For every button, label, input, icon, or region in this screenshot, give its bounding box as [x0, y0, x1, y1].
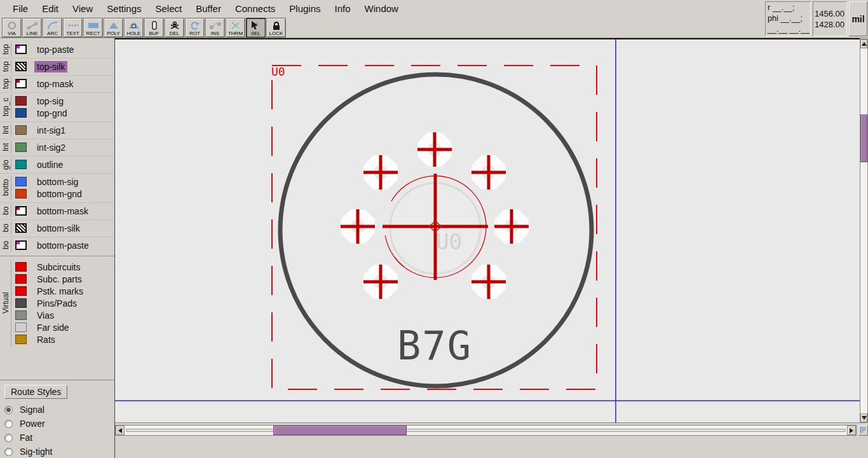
route-style-option-power[interactable]: Power — [0, 417, 114, 431]
radio-icon[interactable] — [4, 406, 13, 414]
tool-arc-button[interactable]: ARC — [43, 18, 62, 38]
layer-label[interactable]: Pins/Pads — [34, 298, 79, 309]
pin-pad[interactable] — [471, 265, 506, 299]
layer-swatch[interactable] — [15, 189, 27, 198]
horizontal-scroll-thumb[interactable] — [273, 426, 407, 435]
tool-thrm-button[interactable]: THRM — [226, 18, 245, 38]
layer-swatch[interactable] — [15, 310, 27, 320]
layer-label[interactable]: top-paste — [34, 44, 76, 55]
menu-file[interactable]: File — [6, 1, 35, 17]
route-style-option-signal[interactable]: Signal — [0, 403, 114, 417]
layer-swatch[interactable] — [15, 160, 27, 169]
layer-row[interactable]: Pstk. marks — [15, 285, 114, 297]
menu-view[interactable]: View — [65, 1, 100, 17]
tool-ins-button[interactable]: INS — [205, 18, 225, 38]
layer-swatch[interactable] — [15, 62, 27, 71]
layer-row[interactable]: bottom-sig — [15, 176, 114, 188]
pin-pad[interactable] — [363, 155, 398, 190]
layer-label[interactable]: bottom-gnd — [34, 188, 85, 200]
menu-settings[interactable]: Settings — [100, 1, 148, 17]
layer-label[interactable]: Far side — [34, 322, 72, 333]
tool-rot-button[interactable]: ROT — [185, 18, 205, 38]
tool-buf-button[interactable]: BUF — [144, 18, 164, 38]
menu-plugins[interactable]: Plugins — [282, 1, 327, 17]
tool-rect-button[interactable]: RECT — [83, 18, 103, 38]
layer-swatch[interactable] — [15, 45, 27, 54]
tool-poly-button[interactable]: POLY — [104, 18, 123, 38]
scroll-right-button[interactable] — [847, 426, 856, 435]
layer-label[interactable]: top-silk — [34, 61, 67, 73]
layer-row[interactable]: top-paste — [15, 43, 114, 55]
silk-text-label[interactable]: B7G — [397, 323, 472, 369]
pin-pad[interactable] — [363, 265, 398, 299]
layer-row[interactable]: bottom-paste — [15, 239, 114, 251]
layer-row[interactable]: Subc. parts — [15, 273, 114, 285]
pin-pad[interactable] — [471, 155, 506, 190]
scroll-left-button[interactable] — [116, 426, 125, 435]
layer-row[interactable]: Pins/Pads — [15, 297, 114, 309]
route-style-option-sig-tight[interactable]: Sig-tight — [0, 445, 114, 458]
layer-row[interactable]: Rats — [15, 333, 114, 345]
layer-label[interactable]: top-sig — [34, 95, 66, 107]
layer-row[interactable]: bottom-silk — [15, 222, 114, 234]
layer-label[interactable]: bottom-paste — [34, 240, 92, 251]
pcb-drawing[interactable]: U0 U0 B7G — [115, 39, 860, 423]
layer-swatch[interactable] — [15, 125, 27, 135]
menu-connects[interactable]: Connects — [228, 1, 282, 17]
vertical-scroll-thumb[interactable] — [860, 114, 867, 162]
layer-swatch[interactable] — [15, 262, 27, 272]
layer-swatch[interactable] — [15, 240, 27, 250]
menu-window[interactable]: Window — [358, 1, 405, 17]
layer-label[interactable]: Subcircuits — [34, 261, 83, 273]
tool-hole-button[interactable]: HOLE — [124, 18, 144, 38]
layer-label[interactable]: int-sig1 — [34, 125, 68, 136]
layer-row[interactable]: Far side — [15, 321, 114, 333]
menu-edit[interactable]: Edit — [35, 1, 65, 17]
tool-lock-button[interactable]: LOCK — [266, 18, 286, 38]
layer-swatch[interactable] — [15, 108, 27, 118]
layer-label[interactable]: bottom-mask — [34, 205, 91, 217]
pcb-canvas[interactable]: U0 U0 B7G — [115, 38, 860, 423]
layer-row[interactable]: top-mask — [15, 78, 114, 90]
layer-row[interactable]: top-sig — [15, 95, 114, 107]
layer-label[interactable]: Pstk. marks — [34, 286, 86, 297]
layer-row[interactable]: bottom-mask — [15, 205, 114, 217]
layer-swatch[interactable] — [15, 79, 27, 88]
pin-pad[interactable] — [341, 209, 375, 244]
menu-info[interactable]: Info — [328, 1, 358, 17]
layer-row[interactable]: int-sig2 — [15, 141, 114, 153]
layer-swatch[interactable] — [15, 223, 27, 233]
layer-label[interactable]: Vias — [34, 310, 57, 321]
layer-swatch[interactable] — [15, 177, 27, 186]
layer-label[interactable]: int-sig2 — [34, 142, 68, 153]
scroll-corner-button[interactable] — [858, 425, 868, 436]
menu-buffer[interactable]: Buffer — [189, 1, 228, 17]
layer-swatch[interactable] — [15, 96, 27, 106]
layer-row[interactable]: top-gnd — [15, 107, 114, 119]
layer-label[interactable]: outline — [34, 159, 65, 170]
layer-row[interactable]: Vias — [15, 309, 114, 321]
route-styles-button[interactable]: Route Styles — [4, 385, 67, 399]
layer-swatch[interactable] — [15, 298, 27, 308]
tool-text-button[interactable]: TEXT — [63, 18, 83, 38]
radio-icon[interactable] — [4, 434, 13, 442]
tool-sel-button[interactable]: SEL — [246, 18, 266, 38]
units-button[interactable]: mil — [849, 1, 867, 36]
radio-icon[interactable] — [4, 448, 13, 456]
layer-row[interactable]: top-silk — [15, 60, 114, 73]
layer-swatch[interactable] — [15, 206, 27, 216]
layer-swatch[interactable] — [15, 335, 27, 344]
radio-icon[interactable] — [4, 420, 13, 428]
pin-pad[interactable] — [494, 209, 529, 244]
tool-line-button[interactable]: LINE — [22, 18, 42, 38]
pin-pad[interactable] — [417, 132, 452, 167]
layer-label[interactable]: bottom-silk — [34, 223, 83, 234]
layer-row[interactable]: outline — [15, 158, 114, 170]
scroll-down-button[interactable] — [860, 413, 867, 422]
layer-label[interactable]: Rats — [34, 334, 58, 345]
layer-row[interactable]: Subcircuits — [15, 261, 114, 273]
scroll-up-button[interactable] — [860, 39, 867, 48]
layer-row[interactable]: bottom-gnd — [15, 188, 114, 200]
layer-row[interactable]: int-sig1 — [15, 124, 114, 136]
layer-swatch[interactable] — [15, 323, 27, 332]
